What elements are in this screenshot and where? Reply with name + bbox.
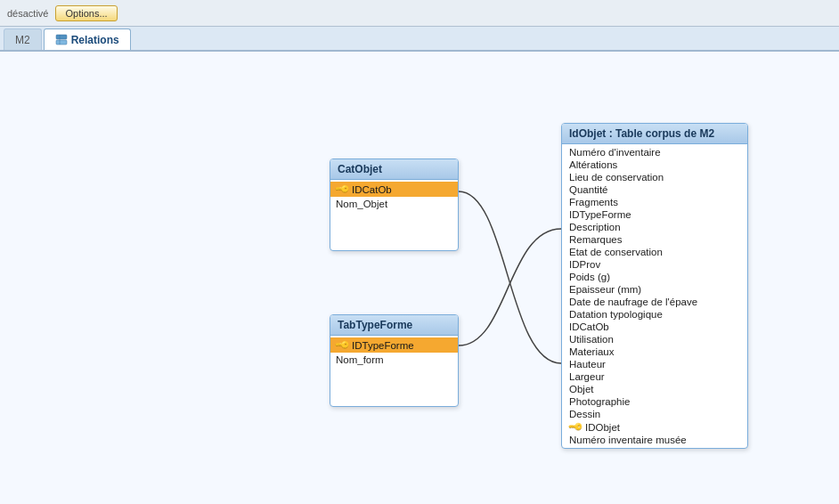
table-row: Quantité xyxy=(562,183,747,196)
table-tabtypeforme: TabTypeForme 🔑 IDTypeForme Nom_form xyxy=(330,314,459,407)
table-row: Nom_form xyxy=(330,353,458,367)
table-row: Poids (g) xyxy=(562,271,747,283)
relations-tab-icon xyxy=(55,34,68,46)
table-row: IDProv xyxy=(562,258,747,271)
table-row: Date de naufrage de l'épave xyxy=(562,296,747,308)
field-photographie: Photographie xyxy=(569,396,630,407)
field-lieu-conservation: Lieu de conservation xyxy=(569,172,664,183)
table-row: Etat de conservation xyxy=(562,246,747,258)
field-datation: Datation typologique xyxy=(569,309,663,320)
table-row: Fragments xyxy=(562,196,747,208)
table-idobjet-body: Numéro d'inventaire Altérations Lieu de … xyxy=(562,144,747,448)
field-idobjet: IDObjet xyxy=(585,422,620,433)
field-idcatob: IDCatOb xyxy=(352,184,392,195)
field-description: Description xyxy=(569,222,621,232)
key-icon: 🔑 xyxy=(333,181,350,198)
table-row: Numéro inventaire musée xyxy=(562,434,747,446)
options-button[interactable]: Options... xyxy=(55,5,117,21)
table-row: IDCatOb xyxy=(562,321,747,333)
table-catobjet-header: CatObjet xyxy=(330,159,458,180)
table-row: Nom_Objet xyxy=(330,197,458,211)
key-icon: 🔑 xyxy=(333,337,350,354)
tab-m2-label: M2 xyxy=(15,34,30,46)
spacer xyxy=(330,243,458,248)
field-dessin: Dessin xyxy=(569,409,600,419)
field-poids: Poids (g) xyxy=(569,272,610,282)
field-numero-inventaire: Numéro d'inventaire xyxy=(569,147,661,158)
field-objet: Objet xyxy=(569,384,594,394)
table-row: Utilisation xyxy=(562,333,747,345)
toolbar: désactivé Options... xyxy=(0,0,839,27)
table-row: Dessin xyxy=(562,408,747,420)
field-hauteur: Hauteur xyxy=(569,359,606,370)
table-row: 🔑 IDCatOb xyxy=(330,182,458,197)
table-idobjet: IdObjet : Table corpus de M2 Numéro d'in… xyxy=(561,123,748,449)
field-alterations: Altérations xyxy=(569,159,617,170)
table-row: 🔑 IDTypeForme xyxy=(330,337,458,353)
table-row: Lieu de conservation xyxy=(562,171,747,183)
table-catobjet: CatObjet 🔑 IDCatOb Nom_Objet xyxy=(330,159,459,251)
table-row: IDTypeForme xyxy=(562,208,747,221)
field-idcatob: IDCatOb xyxy=(569,321,609,332)
table-row: Epaisseur (mm) xyxy=(562,283,747,296)
field-idprov: IDProv xyxy=(569,259,600,270)
table-idobjet-header: IdObjet : Table corpus de M2 xyxy=(562,124,747,144)
table-row: Largeur xyxy=(562,370,747,383)
table-row: Datation typologique xyxy=(562,308,747,321)
table-row: Altérations xyxy=(562,159,747,171)
status-text: désactivé xyxy=(7,8,48,19)
table-row: Description xyxy=(562,221,747,233)
table-tabtypeforme-header: TabTypeForme xyxy=(330,315,458,336)
table-row: Hauteur xyxy=(562,358,747,370)
table-row: Photographie xyxy=(562,395,747,408)
field-etat-conservation: Etat de conservation xyxy=(569,247,663,257)
tab-relations-label: Relations xyxy=(71,34,119,46)
field-nom-form: Nom_form xyxy=(336,354,384,365)
field-utilisation: Utilisation xyxy=(569,334,614,345)
field-materiaux: Materiaux xyxy=(569,346,615,357)
table-row: Remarques xyxy=(562,233,747,246)
field-remarques: Remarques xyxy=(569,234,622,245)
field-quantite: Quantité xyxy=(569,184,607,195)
spacer xyxy=(330,399,458,404)
table-row: 🔑 IDObjet xyxy=(562,420,747,434)
tab-relations[interactable]: Relations xyxy=(44,28,131,50)
table-tabtypeforme-body: 🔑 IDTypeForme Nom_form xyxy=(330,336,458,406)
canvas: CatObjet 🔑 IDCatOb Nom_Objet TabTypeForm… xyxy=(0,52,839,504)
field-nom-objet: Nom_Objet xyxy=(336,199,387,209)
field-date-naufrage: Date de naufrage de l'épave xyxy=(569,297,697,307)
table-row: Materiaux xyxy=(562,345,747,358)
field-idtypeforme: IDTypeForme xyxy=(352,340,414,351)
table-row: Objet xyxy=(562,383,747,395)
table-row: Numéro d'inventaire xyxy=(562,146,747,159)
svg-rect-1 xyxy=(56,40,67,45)
svg-rect-0 xyxy=(56,35,67,39)
field-epaisseur: Epaisseur (mm) xyxy=(569,284,641,295)
field-fragments: Fragments xyxy=(569,197,618,207)
field-idtypeforme: IDTypeForme xyxy=(569,209,631,220)
tab-m2[interactable]: M2 xyxy=(4,28,42,50)
field-largeur: Largeur xyxy=(569,371,605,382)
tab-bar: M2 Relations xyxy=(0,27,839,52)
field-numero-inventaire-musee: Numéro inventaire musée xyxy=(569,435,687,445)
table-catobjet-body: 🔑 IDCatOb Nom_Objet xyxy=(330,180,458,250)
